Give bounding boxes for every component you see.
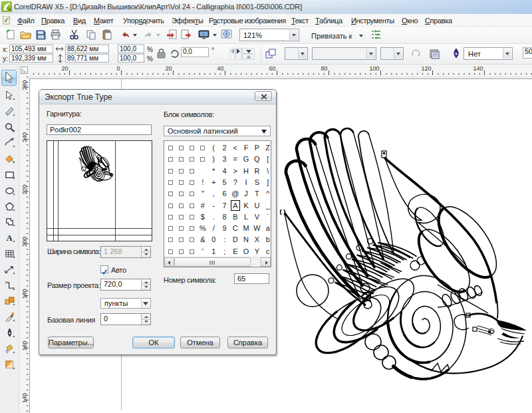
svg-text:40: 40 (217, 65, 223, 72)
svg-text:160: 160 (21, 341, 28, 351)
svg-text:A: A (7, 233, 13, 243)
svg-text:0: 0 (116, 65, 120, 72)
svg-text:120: 120 (421, 65, 431, 72)
svg-text:20: 20 (61, 65, 68, 72)
svg-text:20: 20 (165, 65, 172, 72)
svg-text:220: 220 (21, 184, 28, 194)
svg-text:100: 100 (369, 65, 379, 72)
svg-text:240: 240 (21, 132, 28, 142)
svg-text:140: 140 (21, 393, 28, 403)
svg-text:200: 200 (21, 237, 28, 247)
svg-text:60: 60 (269, 65, 275, 72)
svg-text:260: 260 (21, 80, 28, 90)
svg-text:140: 140 (473, 65, 483, 72)
svg-text:80: 80 (321, 65, 327, 72)
svg-text:180: 180 (21, 289, 28, 299)
